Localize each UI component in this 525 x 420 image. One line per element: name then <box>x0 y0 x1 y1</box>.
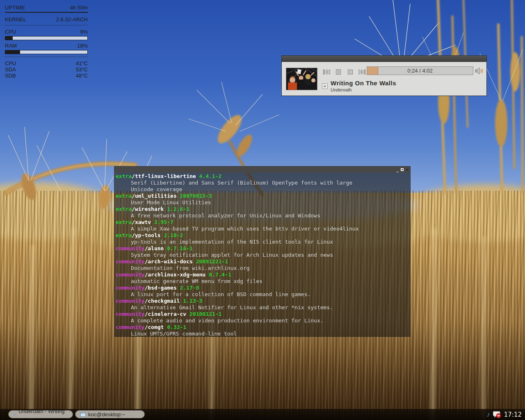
package-line: extra/uml_utilities 20070815-3 <box>116 193 409 199</box>
package-line: extra/xawtv 3.95-7 <box>116 219 409 226</box>
terminal-titlebar[interactable]: _ ✕ <box>114 167 410 173</box>
kernel-row: KERNEL 2.6.32-ARCH <box>5 16 88 23</box>
description-line: User Mode Linux Utilities <box>116 199 409 206</box>
album-art <box>286 68 317 90</box>
description-line: Unicode coverage <box>116 186 409 193</box>
kernel-label: KERNEL <box>5 16 26 23</box>
task-label: Underoath - Writing ... <box>18 408 68 420</box>
cpu-meter <box>5 36 88 40</box>
description-line: A linux port for a collection of BSD com… <box>116 291 409 298</box>
description-line: Documentation from wiki.archlinux.org <box>116 265 409 272</box>
package-line: community/comgt 0.32-1 <box>116 324 409 331</box>
player-titlebar[interactable] <box>282 56 486 62</box>
package-line: community/arch-wiki-docs 20091221-1 <box>116 258 409 265</box>
package-line: community/archlinux-xdg-menu 0.7.4-1 <box>116 272 409 278</box>
close-icon[interactable]: ✕ <box>406 168 409 172</box>
description-line: A simple Xaw-based TV program which uses… <box>116 226 409 232</box>
terminal-output[interactable]: extra/ttf-linux-libertine 4.4.1-2Serif (… <box>114 173 410 337</box>
description-line: System tray notification applet for Arch… <box>116 252 409 258</box>
terminal-window-icon <box>80 412 86 417</box>
seek-bar[interactable]: 0:24 / 4:02 <box>367 66 473 75</box>
stop-icon[interactable] <box>347 69 354 75</box>
sdb-temp-value: 48°C <box>76 73 88 79</box>
music-note-icon: ♪ <box>14 411 16 417</box>
sda-temp-value: 53°C <box>76 66 88 73</box>
uptime-row: UPTIME 4h 50m <box>5 5 88 11</box>
tray-music-note-icon[interactable]: ♪ <box>486 411 490 418</box>
description-line: A complete audio and video production en… <box>116 317 409 324</box>
cpu-value: 9% <box>80 29 88 35</box>
notification-bubble-icon[interactable] <box>493 411 501 418</box>
taskbar-item-music-player[interactable]: ♪ Underoath - Writing ... <box>8 410 73 418</box>
temperature-list: CPU 41°C SDA 53°C SDB 48°C <box>5 60 88 79</box>
description-line: Serif (Libertine) and Sans Serif (Biolin… <box>116 180 409 186</box>
track-artist: Underoath <box>331 87 352 92</box>
sda-temp-label: SDA <box>5 66 16 73</box>
uptime-value: 4h 50m <box>70 5 88 11</box>
cpu-row: CPU 9% <box>5 29 88 35</box>
package-line: community/alunn 0.7.16-1 <box>116 245 409 252</box>
maximize-icon[interactable] <box>401 168 404 171</box>
system-monitor-widget: UPTIME 4h 50m KERNEL 2.6.32-ARCH CPU 9% … <box>5 3 88 79</box>
divider-dotted-2 <box>5 57 88 57</box>
ram-meter <box>5 50 88 54</box>
cpu-temp-label: CPU <box>5 60 16 66</box>
track-title: Writing On The Walls <box>331 80 396 87</box>
sdb-temp-label: SDB <box>5 73 16 79</box>
package-line: extra/ttf-linux-libertine 4.4.1-2 <box>116 173 409 180</box>
description-line: A free network protocol analyzer for Uni… <box>116 212 409 219</box>
previous-icon[interactable] <box>323 69 330 75</box>
minimize-icon[interactable]: _ <box>396 168 399 172</box>
pause-icon[interactable] <box>335 69 342 75</box>
sda-temp-row: SDA 53°C <box>5 66 88 73</box>
taskbar-item-terminal[interactable]: koc@desktop:~ <box>75 410 145 418</box>
uptime-label: UPTIME <box>5 5 25 11</box>
ram-value: 18% <box>77 43 88 49</box>
kernel-value: 2.6.32-ARCH <box>56 16 88 23</box>
volume-icon[interactable] <box>475 67 484 75</box>
package-line: extra/yp-tools 2.10-2 <box>116 232 409 239</box>
cpu-label: CPU <box>5 29 16 35</box>
terminal-window: _ ✕ extra/ttf-linux-libertine 4.4.1-2Ser… <box>114 166 411 337</box>
clock: 17:12 <box>504 411 522 418</box>
package-line: community/checkgmail 1.13-3 <box>116 298 409 304</box>
ram-row: RAM 18% <box>5 43 88 49</box>
divider-solid <box>5 12 88 13</box>
package-line: community/cinelerra-cv 20100121-1 <box>116 311 409 317</box>
system-tray: ♪ 17:12 <box>486 409 522 420</box>
package-line: extra/wireshark 1.2.6-1 <box>116 206 409 212</box>
description-line: yp-tools is an implementation of the NIS… <box>116 239 409 245</box>
next-icon[interactable] <box>358 69 366 75</box>
description-line: automatic generate WM menu from xdg file… <box>116 278 409 285</box>
window-buttons: _ ✕ <box>396 167 409 173</box>
music-player-window: 0:24 / 4:02 + Writing On The Walls Under… <box>281 55 487 96</box>
playback-controls <box>323 69 366 75</box>
cpu-temp-row: CPU 41°C <box>5 60 88 66</box>
ram-label: RAM <box>5 43 17 49</box>
divider-dotted <box>5 25 88 25</box>
taskbar: ♪ Underoath - Writing ... koc@desktop:~ … <box>0 409 525 420</box>
cpu-temp-value: 41°C <box>76 60 88 66</box>
description-line: Linux UMTS/GPRS command-line tool <box>116 331 409 337</box>
time-display: 0:24 / 4:02 <box>367 68 473 74</box>
task-label: koc@desktop:~ <box>88 411 125 418</box>
expander-button[interactable]: + <box>322 83 328 89</box>
sdb-temp-row: SDB 48°C <box>5 73 88 79</box>
package-line: community/bsd-games 2.17-8 <box>116 285 409 291</box>
description-line: An alternative Gmail Notifier for Linux … <box>116 304 409 311</box>
